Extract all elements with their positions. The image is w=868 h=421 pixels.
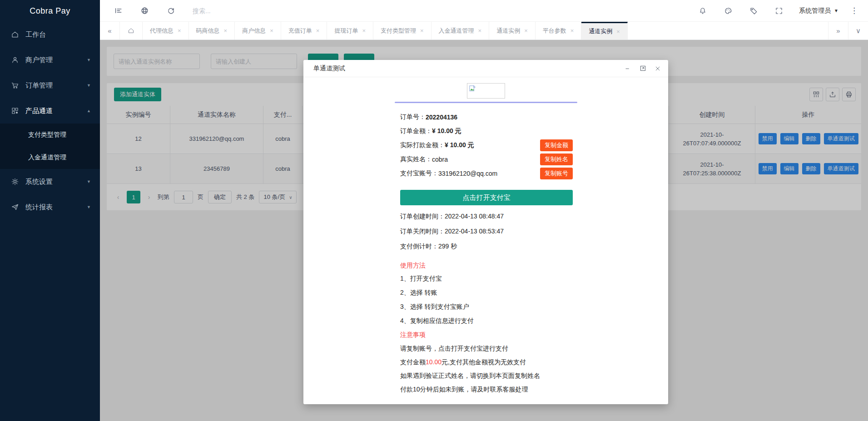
chevron-down-icon: ▼ bbox=[87, 179, 91, 184]
tab-recharge-orders[interactable]: 充值订单× bbox=[281, 22, 327, 40]
actual-amount-label: 实际打款金额： bbox=[400, 141, 445, 149]
bell-icon[interactable] bbox=[698, 6, 707, 15]
note-line: 付款10分钟后如未到账，请及时联系客服处理 bbox=[400, 385, 578, 394]
usage-step: 4、复制相应信息进行支付 bbox=[400, 316, 578, 325]
tab-close-icon[interactable]: × bbox=[270, 27, 273, 34]
order-no-label: 订单号： bbox=[400, 113, 426, 121]
sidebar-item-label: 商户管理 bbox=[25, 56, 53, 64]
sidebar-item-label: 产品通道 bbox=[25, 107, 53, 115]
note-line: 请复制账号，点击打开支付宝进行支付 bbox=[400, 344, 578, 353]
sidebar-item-stats-report[interactable]: 统计报表 ▼ bbox=[0, 194, 100, 220]
chevron-up-icon: ▲ bbox=[87, 109, 91, 113]
sidebar-item-label: 订单管理 bbox=[25, 81, 53, 90]
sidebar-item-label: 工作台 bbox=[25, 30, 46, 39]
usage-step: 1、打开支付宝 bbox=[400, 274, 578, 283]
modal-title: 单通道测试 bbox=[313, 64, 345, 73]
tab-label: 充值订单 bbox=[288, 27, 312, 35]
gear-icon bbox=[11, 178, 19, 186]
home-icon bbox=[11, 30, 19, 39]
home-tab[interactable] bbox=[120, 22, 143, 40]
order-no-value: 202204136 bbox=[426, 114, 457, 121]
maximize-icon[interactable] bbox=[639, 64, 647, 73]
pay-countdown-label: 支付倒计时： bbox=[400, 243, 438, 250]
tab-withdraw-orders[interactable]: 提现订单× bbox=[327, 22, 373, 40]
tab-merchant-info[interactable]: 商户信息× bbox=[235, 22, 281, 40]
tab-label: 平台参数 bbox=[543, 27, 566, 35]
copy-amount-button[interactable]: 复制金额 bbox=[540, 139, 573, 151]
tab-channel-instance-active[interactable]: 通道实例× bbox=[581, 22, 628, 40]
note-line: 如果遇到验证正式姓名，请切换到本页面复制姓名 bbox=[400, 371, 578, 380]
topbar-right: 系统管理员 ▼ ⋮ bbox=[682, 6, 858, 15]
user-menu[interactable]: 系统管理员 ▼ bbox=[799, 7, 838, 15]
tab-close-icon[interactable]: × bbox=[570, 27, 574, 34]
note-amount-prefix: 支付金额 bbox=[400, 358, 426, 366]
sidebar-item-deposit-channel-mgmt[interactable]: 入金通道管理 bbox=[0, 146, 100, 169]
tab-deposit-channel-mgmt[interactable]: 入金通道管理× bbox=[432, 22, 490, 40]
sidebar-item-pay-type-mgmt[interactable]: 支付类型管理 bbox=[0, 124, 100, 146]
user-icon bbox=[11, 56, 19, 64]
lavender-divider bbox=[395, 102, 577, 103]
order-created-line: 订单创建时间：2022-04-13 08:48:47 bbox=[400, 212, 578, 221]
broken-image-placeholder bbox=[467, 83, 505, 99]
sidebar-item-order[interactable]: 订单管理 ▼ bbox=[0, 73, 100, 98]
tab-close-icon[interactable]: × bbox=[524, 27, 528, 34]
tab-close-icon[interactable]: × bbox=[420, 27, 424, 34]
tab-label: 通道实例 bbox=[589, 27, 612, 35]
tab-code-merchant-info[interactable]: 码商信息× bbox=[189, 22, 235, 40]
tabbar-right-controls: » ∨ bbox=[828, 22, 868, 40]
tab-agent-info[interactable]: 代理信息× bbox=[143, 22, 189, 40]
sidebar-item-system-settings[interactable]: 系统设置 ▼ bbox=[0, 169, 100, 194]
search-input[interactable] bbox=[193, 7, 293, 15]
cart-icon bbox=[11, 81, 19, 89]
main-area: 系统管理员 ▼ ⋮ « 代理信息× 码商信息× 商户信息× 充值订单× 提现订单… bbox=[100, 0, 868, 421]
order-closed-value: 2022-04-13 08:53:47 bbox=[445, 228, 504, 235]
tag-icon[interactable] bbox=[749, 6, 758, 15]
sidebar-item-workbench[interactable]: 工作台 bbox=[0, 22, 100, 47]
modal-header: 单通道测试 bbox=[303, 60, 668, 77]
tab-label: 商户信息 bbox=[242, 27, 266, 35]
actual-amount-value: ¥ 10.00 元 bbox=[445, 141, 474, 149]
sidebar-item-product-channel[interactable]: 产品通道 ▲ bbox=[0, 98, 100, 124]
order-created-value: 2022-04-13 08:48:47 bbox=[445, 213, 504, 220]
menu-collapse-icon[interactable] bbox=[114, 6, 123, 15]
palette-icon[interactable] bbox=[724, 6, 733, 15]
pay-countdown-value: 299 秒 bbox=[438, 243, 457, 250]
note-line: 支付金额10.00元,支付其他金额视为无效支付 bbox=[400, 357, 578, 367]
tab-close-icon[interactable]: × bbox=[616, 28, 620, 35]
pay-countdown-line: 支付倒计时：299 秒 bbox=[400, 242, 578, 251]
forward-tabs-icon[interactable]: » bbox=[828, 22, 848, 40]
order-amount-value: ¥ 10.00 元 bbox=[432, 127, 461, 135]
content-area: 添加通道实体 实例编号 bbox=[100, 40, 868, 421]
refresh-icon[interactable] bbox=[166, 6, 175, 15]
chevron-down-icon: ▼ bbox=[87, 205, 91, 209]
tabbar: « 代理信息× 码商信息× 商户信息× 充值订单× 提现订单× 支付类型管理× … bbox=[100, 22, 868, 40]
tab-channel-instance-1[interactable]: 通道实例× bbox=[489, 22, 536, 40]
sidebar-item-merchant[interactable]: 商户管理 ▼ bbox=[0, 47, 100, 73]
fullscreen-icon[interactable] bbox=[774, 6, 784, 15]
tab-close-icon[interactable]: × bbox=[362, 27, 366, 34]
copy-name-button[interactable]: 复制姓名 bbox=[540, 154, 573, 165]
sidebar-subitem-label: 入金通道管理 bbox=[28, 154, 66, 162]
usage-step: 2、选择 转账 bbox=[400, 288, 578, 297]
kebab-menu-icon[interactable]: ⋮ bbox=[850, 6, 858, 15]
copy-account-button[interactable]: 复制账号 bbox=[540, 168, 573, 179]
open-alipay-button[interactable]: 点击打开支付宝 bbox=[400, 190, 573, 205]
tab-list-dropdown-icon[interactable]: ∨ bbox=[848, 22, 868, 40]
user-name: 系统管理员 bbox=[799, 7, 831, 15]
order-closed-line: 订单关闭时间：2022-04-13 08:53:47 bbox=[400, 227, 578, 236]
minimize-icon[interactable] bbox=[624, 64, 632, 73]
tab-pay-type-mgmt[interactable]: 支付类型管理× bbox=[373, 22, 432, 40]
globe-icon[interactable] bbox=[140, 6, 149, 15]
grid-icon bbox=[11, 107, 19, 115]
tab-close-icon[interactable]: × bbox=[478, 27, 482, 34]
real-name-label: 真实姓名： bbox=[400, 155, 432, 163]
tab-close-icon[interactable]: × bbox=[316, 27, 320, 34]
tab-close-icon[interactable]: × bbox=[224, 27, 228, 34]
tab-close-icon[interactable]: × bbox=[178, 27, 181, 34]
sidebar-submenu-product-channel: 支付类型管理 入金通道管理 bbox=[0, 124, 100, 169]
tab-platform-params[interactable]: 平台参数× bbox=[536, 22, 582, 40]
alipay-account-row: 支付宝账号： 331962120@qq.com 复制账号 bbox=[400, 168, 573, 179]
close-icon[interactable] bbox=[654, 64, 662, 73]
collapse-tabs-icon[interactable]: « bbox=[100, 22, 120, 40]
tab-label: 支付类型管理 bbox=[381, 27, 416, 35]
